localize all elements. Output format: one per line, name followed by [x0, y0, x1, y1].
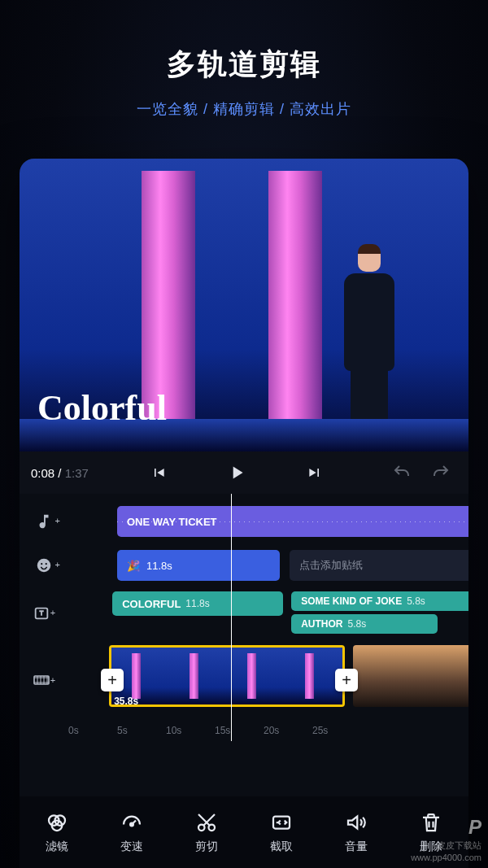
- timecode: 0:08 / 1:37: [31, 466, 89, 480]
- svg-point-1: [41, 563, 42, 565]
- prev-button[interactable]: [142, 456, 175, 489]
- timeline-tracks[interactable]: + ONE WAY TICKET + 🎉 11.8s 点击添加贴纸: [20, 494, 468, 741]
- redo-button[interactable]: [425, 456, 457, 489]
- add-music-icon[interactable]: +: [20, 513, 68, 530]
- add-video-icon[interactable]: +: [20, 670, 63, 690]
- overlay-text: Colorful: [37, 387, 167, 429]
- sticker-clip[interactable]: 🎉 11.8s: [117, 550, 280, 581]
- bottom-toolbar: 滤镜 变速 剪切 截取 音量 删除: [20, 796, 468, 868]
- video-clip-duration: 35.8s: [114, 696, 138, 707]
- track-sticker: + 🎉 11.8s 点击添加贴纸: [20, 547, 468, 583]
- video-preview[interactable]: Colorful: [20, 159, 468, 451]
- time-ruler: 0s5s10s15s20s25s: [20, 725, 468, 736]
- cut-button[interactable]: 剪切: [169, 796, 244, 868]
- filter-button[interactable]: 滤镜: [20, 796, 94, 868]
- next-button[interactable]: [298, 456, 331, 489]
- crop-button[interactable]: 截取: [244, 796, 319, 868]
- text-clip[interactable]: SOME KIND OF JOKE5.8s: [291, 591, 468, 611]
- speed-button[interactable]: 变速: [94, 796, 169, 868]
- add-text-icon[interactable]: +: [20, 604, 63, 622]
- preview-person: [337, 244, 402, 427]
- music-clip[interactable]: ONE WAY TICKET: [117, 506, 468, 537]
- hero-subtitle: 一览全貌 / 精确剪辑 / 高效出片: [0, 99, 488, 119]
- hero-title: 多轨道剪辑: [0, 45, 488, 85]
- svg-point-8: [130, 823, 133, 827]
- play-button[interactable]: [220, 456, 253, 489]
- svg-point-2: [46, 563, 47, 565]
- video-clip-selected[interactable]: [109, 645, 345, 707]
- video-clip[interactable]: [353, 645, 468, 707]
- undo-button[interactable]: [386, 456, 418, 489]
- preview-graphic: [268, 171, 322, 451]
- volume-button[interactable]: 音量: [319, 796, 394, 868]
- transport-bar: 0:08 / 1:37: [20, 451, 468, 494]
- editor-card: Colorful 0:08 / 1:37 +: [20, 159, 468, 868]
- track-video: + + + 35.8s: [20, 643, 468, 717]
- svg-point-0: [37, 559, 51, 573]
- track-music: + ONE WAY TICKET: [20, 504, 468, 539]
- track-text: + COLORFUL11.8s SOME KIND OF JOKE5.8s AU…: [20, 591, 468, 635]
- trim-handle-right[interactable]: +: [335, 669, 358, 691]
- party-icon: 🎉: [127, 560, 140, 572]
- watermark: P 皮皮下载站 www.pp4000.com: [411, 814, 481, 863]
- text-clip[interactable]: COLORFUL11.8s: [112, 591, 283, 616]
- playhead[interactable]: [231, 494, 232, 741]
- text-clip[interactable]: AUTHOR5.8s: [291, 614, 438, 634]
- trim-handle-left[interactable]: +: [101, 669, 124, 691]
- add-sticker-icon[interactable]: +: [20, 556, 68, 574]
- add-sticker-placeholder[interactable]: 点击添加贴纸: [290, 550, 468, 581]
